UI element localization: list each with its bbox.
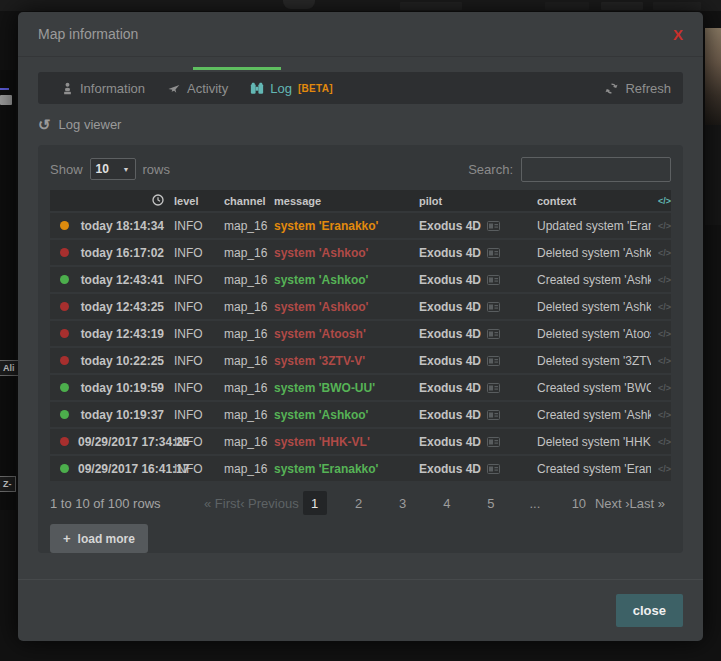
code-icon[interactable]: </> xyxy=(651,356,671,366)
status-dot xyxy=(60,437,69,446)
beta-badge: [BETA] xyxy=(298,83,333,94)
table-row: 09/29/2017 17:34:25 INFO map_16 system '… xyxy=(50,429,671,454)
binoculars-icon xyxy=(250,82,264,95)
status-dot xyxy=(60,221,69,230)
tab-log[interactable]: Log [BETA] xyxy=(239,72,344,104)
code-icon[interactable]: </> xyxy=(651,437,671,447)
code-icon[interactable]: </> xyxy=(651,248,671,258)
table-row: today 10:22:25 INFO map_16 system '3ZTV-… xyxy=(50,348,671,373)
pagination-last[interactable]: Last » xyxy=(630,496,665,511)
log-message: system 'HHK-VL' xyxy=(274,435,392,449)
log-context: Created system 'Eranakko... xyxy=(537,462,651,476)
log-viewer-panel: Show 10 ▼ rows Search: level xyxy=(38,145,683,553)
page-size-select[interactable]: 10 ▼ xyxy=(90,158,136,180)
code-column-header[interactable]: </> xyxy=(651,196,671,206)
refresh-label: Refresh xyxy=(625,81,671,96)
pilot-name: Exodus 4D xyxy=(419,435,481,449)
table-row: today 10:19:37 INFO map_16 system 'Ashko… xyxy=(50,402,671,427)
log-level: INFO xyxy=(174,435,224,449)
background-button-fragment xyxy=(601,2,643,10)
loading-indicator xyxy=(193,67,281,70)
pagination-page-10[interactable]: 10 xyxy=(567,491,591,515)
log-time: today 10:19:59 xyxy=(78,381,174,395)
character-card-icon xyxy=(487,356,500,366)
pagination-page-3[interactable]: 3 xyxy=(391,491,415,515)
background-button-fragment xyxy=(653,2,701,10)
log-time: today 12:43:41 xyxy=(78,273,174,287)
channel-column-header[interactable]: channel xyxy=(224,195,274,207)
character-card-icon xyxy=(487,248,500,258)
table-row: today 12:43:41 INFO map_16 system 'Ashko… xyxy=(50,267,671,292)
pilot-column-header[interactable]: pilot xyxy=(419,195,537,207)
code-icon[interactable]: </> xyxy=(651,221,671,231)
status-dot xyxy=(60,410,69,419)
history-icon: ↺ xyxy=(38,117,51,132)
status-dot xyxy=(60,356,69,365)
pagination-next[interactable]: Next › xyxy=(595,496,630,511)
level-column-header[interactable]: level xyxy=(174,195,224,207)
tab-information[interactable]: Information xyxy=(50,72,156,104)
close-icon[interactable]: X xyxy=(673,27,683,42)
log-table-header: level channel message pilot context </> xyxy=(50,190,671,211)
chevron-down-icon: ▼ xyxy=(123,166,130,173)
log-level: INFO xyxy=(174,246,224,260)
log-message: system 'Eranakko' xyxy=(274,462,392,476)
background-system-label: Ali xyxy=(0,360,19,376)
pilot-name: Exodus 4D xyxy=(419,381,481,395)
pagination-page-...[interactable]: ... xyxy=(523,491,547,515)
code-icon[interactable]: </> xyxy=(651,302,671,312)
pagination-page-2[interactable]: 2 xyxy=(347,491,371,515)
log-message: system 'Ashkoo' xyxy=(274,300,392,314)
log-message: system 'Ashkoo' xyxy=(274,246,392,260)
code-icon[interactable]: </> xyxy=(651,275,671,285)
table-row: today 10:19:59 INFO map_16 system 'BWO-U… xyxy=(50,375,671,400)
log-level: INFO xyxy=(174,327,224,341)
pilot-name: Exodus 4D xyxy=(419,354,481,368)
status-dot xyxy=(60,464,69,473)
tab-activity[interactable]: Activity xyxy=(156,72,239,104)
code-icon[interactable]: </> xyxy=(651,329,671,339)
pilot-name: Exodus 4D xyxy=(419,462,481,476)
log-context: Deleted system 'Ashkoo' ... xyxy=(537,246,651,260)
code-icon[interactable]: </> xyxy=(651,410,671,420)
page-size-value: 10 xyxy=(96,162,109,176)
load-more-button[interactable]: + load more xyxy=(50,524,148,553)
code-icon[interactable]: </> xyxy=(651,464,671,474)
pagination-page-5[interactable]: 5 xyxy=(479,491,503,515)
time-column-header[interactable] xyxy=(78,194,174,208)
search-input[interactable] xyxy=(521,157,671,182)
message-column-header[interactable]: message xyxy=(274,195,392,207)
pagination-page-4[interactable]: 4 xyxy=(435,491,459,515)
log-time: 09/29/2017 17:34:25 xyxy=(78,435,174,449)
log-channel: map_16 xyxy=(224,462,274,476)
log-context: Deleted system '3ZTV-V' #... xyxy=(537,354,651,368)
table-row: today 12:43:19 INFO map_16 system 'Atoos… xyxy=(50,321,671,346)
log-message: system 'Ashkoo' xyxy=(274,273,392,287)
person-podium-icon xyxy=(61,82,74,95)
plane-icon xyxy=(167,82,181,95)
modal-body: Information Activity Log [BETA] Refresh xyxy=(18,57,703,553)
close-button[interactable]: close xyxy=(616,594,683,627)
pagination-previous[interactable]: ‹ Previous xyxy=(240,496,299,511)
log-level: INFO xyxy=(174,273,224,287)
pagination-first[interactable]: « First xyxy=(204,496,240,511)
log-channel: map_16 xyxy=(224,273,274,287)
character-card-icon xyxy=(487,329,500,339)
pagination-pages: 12345...10 xyxy=(299,491,595,515)
log-level: INFO xyxy=(174,408,224,422)
search-label: Search: xyxy=(468,162,513,177)
pilot-name: Exodus 4D xyxy=(419,300,481,314)
code-icon[interactable]: </> xyxy=(651,383,671,393)
pagination-nav: « First ‹ Previous 12345...10 Next › Las… xyxy=(198,491,671,515)
tab-label: Activity xyxy=(187,81,228,96)
log-time: 09/29/2017 16:41:17 xyxy=(78,462,174,476)
refresh-button[interactable]: Refresh xyxy=(605,81,671,96)
character-card-icon xyxy=(487,302,500,312)
log-message: system '3ZTV-V' xyxy=(274,354,392,368)
pagination-page-1[interactable]: 1 xyxy=(303,491,327,515)
background-map-strip xyxy=(0,70,16,510)
table-row: today 16:17:02 INFO map_16 system 'Ashko… xyxy=(50,240,671,265)
context-column-header[interactable]: context xyxy=(537,195,651,207)
log-message: system 'Ashkoo' xyxy=(274,408,392,422)
character-card-icon xyxy=(487,410,500,420)
